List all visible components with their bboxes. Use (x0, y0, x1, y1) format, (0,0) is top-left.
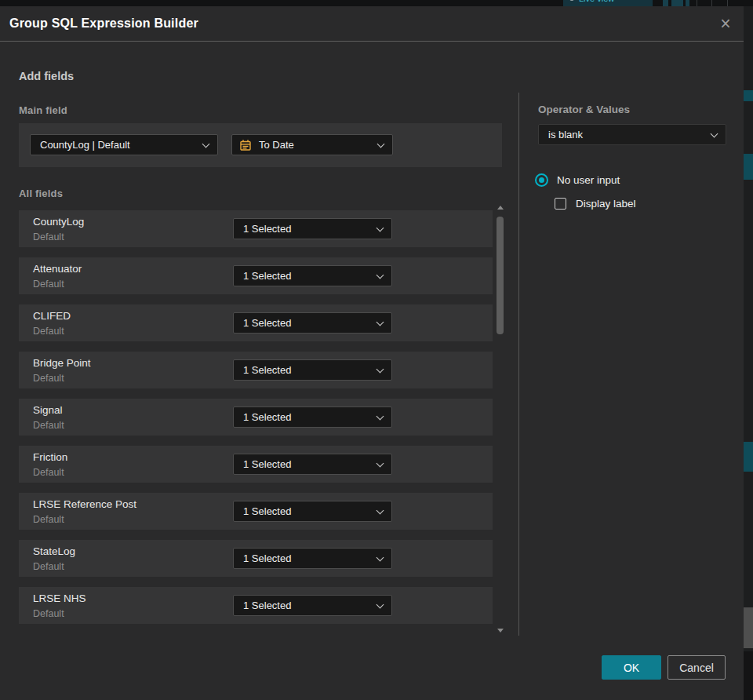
chevron-down-icon (376, 318, 384, 326)
toolbar-separator (727, 0, 728, 6)
scroll-down-arrow-icon[interactable] (497, 629, 504, 633)
chevron-down-icon (202, 140, 210, 148)
main-date-select[interactable]: To Date (231, 134, 393, 155)
operator-select-value: is blank (548, 129, 583, 140)
ok-button[interactable]: OK (602, 655, 661, 680)
dialog-header: Group SQL Expression Builder × (0, 6, 744, 42)
field-name: Bridge Point (33, 357, 91, 369)
all-fields-label: All fields (19, 188, 63, 199)
field-sublabel: Default (33, 514, 64, 525)
field-name: LRSE NHS (33, 592, 86, 604)
field-selection-dropdown[interactable]: 1 Selected (233, 265, 392, 286)
chevron-down-icon (376, 365, 384, 373)
toolbar-separator (711, 0, 712, 6)
field-selection-value: 1 Selected (243, 505, 291, 517)
chevron-down-icon (711, 129, 718, 137)
field-selection-dropdown[interactable]: 1 Selected (233, 218, 392, 239)
main-field-select[interactable]: CountyLog | Default (30, 134, 218, 155)
main-field-row: CountyLog | Default To Date (19, 123, 502, 167)
field-selection-value: 1 Selected (243, 317, 291, 329)
field-sublabel: Default (33, 326, 64, 337)
no-user-input-radio[interactable]: No user input (535, 173, 620, 187)
scrollbar[interactable] (495, 204, 505, 634)
chevron-down-icon (376, 553, 384, 561)
field-selection-dropdown[interactable]: 1 Selected (233, 595, 392, 616)
field-sublabel: Default (33, 373, 64, 384)
chevron-down-icon (376, 600, 384, 608)
operator-values-label: Operator & Values (538, 104, 630, 115)
live-view-toggle: Live view (563, 0, 653, 6)
radio-selected-icon (535, 173, 548, 187)
background-fragment (744, 90, 753, 101)
toolbar-icon-fragment (663, 0, 668, 6)
background-app-topbar: Live view (0, 0, 753, 6)
scrollbar-thumb[interactable] (497, 217, 504, 334)
section-title-add-fields: Add fields (19, 70, 74, 82)
no-user-input-label: No user input (557, 174, 620, 186)
field-selection-dropdown[interactable]: 1 Selected (233, 548, 392, 569)
live-view-dot-icon (569, 0, 574, 1)
background-app-edge (744, 6, 753, 700)
field-selection-value: 1 Selected (243, 364, 291, 376)
field-selection-value: 1 Selected (243, 600, 291, 611)
display-label-text: Display label (576, 198, 636, 210)
toolbar-icon-fragment (686, 0, 689, 6)
live-view-label: Live view (579, 0, 614, 3)
field-row: CountyLog Default 1 Selected (19, 210, 493, 247)
field-sublabel: Default (33, 561, 64, 572)
field-row: Friction Default 1 Selected (19, 446, 493, 483)
chevron-down-icon (376, 412, 384, 420)
all-fields-list: CountyLog Default 1 Selected Attenuator … (19, 210, 493, 634)
field-name: CLIFED (33, 310, 71, 322)
field-row: LRSE NHS Default 1 Selected (19, 587, 493, 624)
field-row: Signal Default 1 Selected (19, 399, 493, 436)
field-name: CountyLog (33, 216, 84, 228)
chevron-down-icon (377, 140, 385, 148)
operator-select[interactable]: is blank (538, 124, 726, 145)
field-row: Bridge Point Default 1 Selected (19, 352, 493, 388)
field-selection-dropdown[interactable]: 1 Selected (233, 312, 392, 334)
field-selection-value: 1 Selected (243, 411, 291, 423)
chevron-down-icon (376, 506, 384, 514)
field-selection-value: 1 Selected (243, 223, 291, 235)
dialog-title: Group SQL Expression Builder (9, 16, 198, 31)
field-name: LRSE Reference Post (33, 498, 136, 510)
chevron-down-icon (376, 224, 384, 232)
field-row: Attenuator Default 1 Selected (19, 257, 493, 294)
field-sublabel: Default (33, 232, 64, 242)
background-fragment (744, 442, 753, 472)
main-field-select-value: CountyLog | Default (40, 139, 130, 151)
background-fragment (744, 651, 753, 700)
screen: Live view Group SQL Expression Builder ×… (0, 0, 753, 700)
field-selection-dropdown[interactable]: 1 Selected (233, 501, 392, 522)
field-selection-dropdown[interactable]: 1 Selected (233, 454, 392, 475)
main-date-select-value: To Date (259, 139, 294, 151)
field-selection-dropdown[interactable]: 1 Selected (233, 359, 392, 381)
calendar-icon (239, 139, 252, 151)
field-row: CLIFED Default 1 Selected (19, 304, 493, 341)
toolbar-separator (697, 0, 697, 6)
field-name: Signal (33, 404, 63, 416)
field-sublabel: Default (33, 608, 64, 619)
scroll-up-arrow-icon[interactable] (497, 206, 504, 210)
field-row: LRSE Reference Post Default 1 Selected (19, 493, 493, 530)
chevron-down-icon (376, 271, 384, 279)
field-name: Friction (33, 451, 67, 463)
display-label-checkbox[interactable]: Display label (555, 198, 636, 210)
field-selection-dropdown[interactable]: 1 Selected (233, 407, 392, 428)
field-row: StateLog Default 1 Selected (19, 540, 493, 577)
field-selection-value: 1 Selected (243, 270, 291, 282)
dialog-group-sql-expression-builder: Group SQL Expression Builder × Add field… (0, 6, 744, 700)
cancel-button[interactable]: Cancel (668, 655, 726, 680)
close-icon[interactable]: × (715, 13, 737, 35)
field-sublabel: Default (33, 279, 64, 290)
panel-divider (518, 93, 519, 636)
checkbox-unchecked-icon (555, 198, 566, 210)
field-sublabel: Default (33, 420, 64, 431)
field-selection-value: 1 Selected (243, 552, 291, 564)
field-name: StateLog (33, 545, 75, 557)
field-sublabel: Default (33, 467, 64, 478)
field-name: Attenuator (33, 263, 82, 275)
background-fragment (744, 607, 753, 648)
chevron-down-icon (376, 459, 384, 467)
